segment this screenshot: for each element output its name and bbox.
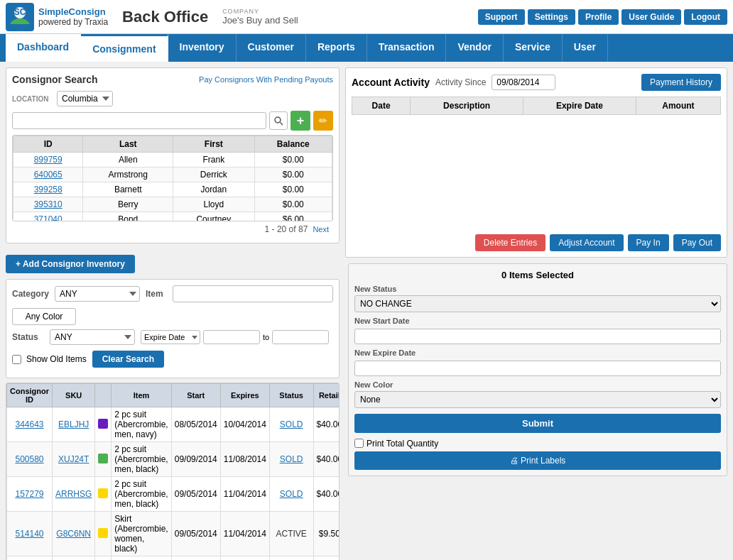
activity-since-input[interactable] xyxy=(492,75,555,90)
inv-consignor-link[interactable]: 157279 xyxy=(15,489,43,499)
tab-reports[interactable]: Reports xyxy=(306,34,367,62)
inv-consignor-link[interactable]: 344643 xyxy=(15,419,43,429)
tab-inventory[interactable]: Inventory xyxy=(168,34,237,62)
inv-consignor-id: 157279 xyxy=(7,477,53,512)
tab-vendor[interactable]: Vendor xyxy=(446,34,503,62)
tab-user[interactable]: User xyxy=(563,34,608,62)
table-row[interactable]: 899759 Allen Frank $0.00 xyxy=(13,153,332,168)
delete-entries-button[interactable]: Delete Entries xyxy=(475,234,545,251)
category-select[interactable]: ANY xyxy=(55,286,140,302)
inv-expires: 10/04/2014 xyxy=(220,407,269,442)
right-panel: Account Activity Activity Since Payment … xyxy=(345,67,727,560)
consignor-next-link[interactable]: Next xyxy=(313,225,329,234)
consignor-id-cell: 640065 xyxy=(13,168,83,182)
new-status-select[interactable]: NO CHANGE xyxy=(354,295,721,312)
submit-button[interactable]: Submit xyxy=(354,414,721,433)
consignor-id-link[interactable]: 399258 xyxy=(34,185,63,194)
add-consignor-inventory-button[interactable]: + Add Consignor Inventory xyxy=(6,255,135,273)
clear-search-button[interactable]: Clear Search xyxy=(92,351,164,368)
consignor-id-cell: 399258 xyxy=(13,182,83,197)
tab-dashboard[interactable]: Dashboard xyxy=(6,34,81,62)
tab-customer[interactable]: Customer xyxy=(237,34,306,62)
tab-consignment[interactable]: Consignment xyxy=(81,34,168,62)
expire-from-input[interactable] xyxy=(203,330,260,344)
main-content: Consignor Search Pay Consignors With Pen… xyxy=(0,62,733,560)
any-color-button[interactable]: Any Color xyxy=(12,308,76,325)
logout-button[interactable]: Logout xyxy=(684,9,727,25)
consignor-table-scroll[interactable]: ID Last First Balance 899759 Allen Frank… xyxy=(13,136,332,221)
consignor-id-link[interactable]: 371040 xyxy=(34,214,63,221)
status-link[interactable]: SOLD xyxy=(280,454,303,464)
items-selected-sidebar: 0 Items Selected New Status NO CHANGE Ne… xyxy=(348,263,727,476)
inv-sku-link[interactable]: ARRHSG xyxy=(55,489,92,499)
new-color-select[interactable]: None xyxy=(354,391,721,408)
inv-start: 09/05/2014 xyxy=(171,512,220,556)
inv-sku: EBLJHJ xyxy=(53,407,95,442)
col-first: First xyxy=(173,136,254,153)
pay-out-button[interactable]: Pay Out xyxy=(673,234,721,251)
status-select[interactable]: ANY xyxy=(50,329,135,345)
status-link[interactable]: SOLD xyxy=(280,419,303,429)
adjust-account-button[interactable]: Adjust Account xyxy=(550,234,623,251)
print-labels-button[interactable]: 🖨 Print Labels xyxy=(354,451,721,470)
inv-sku: EGEJ35 xyxy=(53,556,95,561)
consignor-balance-cell: $0.00 xyxy=(254,168,332,182)
new-expire-date-input[interactable] xyxy=(354,361,721,376)
expire-date-select[interactable]: Expire Date xyxy=(141,330,200,344)
consignor-last-cell: Berry xyxy=(83,197,173,212)
profile-button[interactable]: Profile xyxy=(578,9,619,25)
edit-consignor-button[interactable]: ✏ xyxy=(313,111,333,131)
show-old-row: Show Old Items xyxy=(12,354,87,364)
pay-in-button[interactable]: Pay In xyxy=(628,234,669,251)
inv-consignor-link[interactable]: 514140 xyxy=(15,529,43,539)
consignor-first-cell: Derrick xyxy=(173,168,254,182)
expire-to-input[interactable] xyxy=(272,330,329,344)
table-row[interactable]: 371040 Bond Courtney $6.00 xyxy=(13,212,332,221)
inv-start: 08/05/2014 xyxy=(171,407,220,442)
inv-color xyxy=(95,512,112,556)
add-consignor-button[interactable]: + xyxy=(291,111,310,131)
consignor-first-cell: Jordan xyxy=(173,182,254,197)
account-activity-title: Account Activity xyxy=(352,77,430,88)
account-activity-table: Date Description Expire Date Amount xyxy=(352,97,721,229)
table-row[interactable]: 399258 Barnett Jordan $0.00 xyxy=(13,182,332,197)
list-item: 500580 XUJ24T 2 pc suit (Abercrombie, me… xyxy=(7,442,340,477)
svg-point-2 xyxy=(275,117,281,123)
table-row[interactable]: 640065 Armstrong Derrick $0.00 xyxy=(13,168,332,182)
inv-status: SOLD xyxy=(269,407,313,442)
filter-panel: Category ANY Item Any Color Status ANY E… xyxy=(6,279,340,378)
user-guide-button[interactable]: User Guide xyxy=(621,9,681,25)
print-total-qty-checkbox[interactable] xyxy=(354,439,364,448)
header: SC SimpleConsign powered by Traxia Back … xyxy=(0,0,733,34)
tab-service[interactable]: Service xyxy=(504,34,563,62)
inv-sku-link[interactable]: G8C6NN xyxy=(56,529,91,539)
consignor-id-link[interactable]: 640065 xyxy=(34,170,63,180)
consignor-id-link[interactable]: 395310 xyxy=(34,199,63,209)
table-row[interactable]: 395310 Berry Lloyd $0.00 xyxy=(13,197,332,212)
account-actions: Delete Entries Adjust Account Pay In Pay… xyxy=(352,234,721,251)
logo-text: SimpleConsign powered by Traxia xyxy=(38,6,108,27)
show-old-checkbox[interactable] xyxy=(12,355,21,364)
new-expire-date-label: New Expire Date xyxy=(354,348,721,357)
new-start-date-input[interactable] xyxy=(354,329,721,344)
tab-transaction[interactable]: Transaction xyxy=(367,34,447,62)
app-title: Back Office xyxy=(122,8,208,26)
header-buttons: Support Settings Profile User Guide Logo… xyxy=(478,9,727,25)
inv-sku-link[interactable]: EBLJHJ xyxy=(58,419,89,429)
new-start-date-label: New Start Date xyxy=(354,317,721,325)
consignor-id-link[interactable]: 899759 xyxy=(34,155,63,165)
inv-sku-link[interactable]: XUJ24T xyxy=(58,454,89,464)
status-link[interactable]: SOLD xyxy=(280,489,303,499)
inv-status: ACTIVE xyxy=(269,556,313,561)
settings-button[interactable]: Settings xyxy=(528,9,575,25)
search-button[interactable] xyxy=(269,111,288,130)
consignor-search-input[interactable] xyxy=(12,112,266,129)
item-filter-input[interactable] xyxy=(173,285,333,302)
pay-consignors-link[interactable]: Pay Consignors With Pending Payouts xyxy=(199,75,333,84)
inv-col-expires: Expires xyxy=(220,384,269,407)
inv-retail: $12.00 xyxy=(313,556,340,561)
support-button[interactable]: Support xyxy=(478,9,525,25)
payment-history-button[interactable]: Payment History xyxy=(641,74,721,91)
inv-consignor-link[interactable]: 500580 xyxy=(15,454,43,464)
location-select[interactable]: Columbia xyxy=(57,91,113,106)
